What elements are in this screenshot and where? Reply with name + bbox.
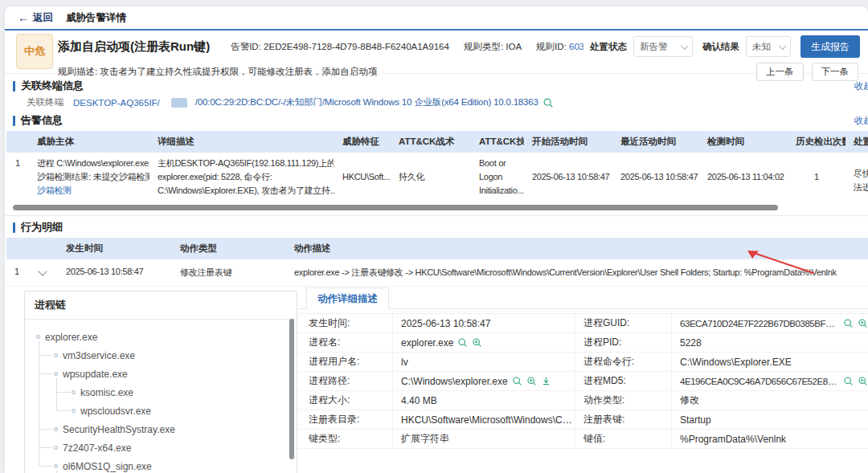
row-index: 1 xyxy=(6,153,29,202)
alert-info-section: 告警信息 收起 威胁主体 详细描述 威胁特征 ATT&CK战术 ATT&CK技术… xyxy=(5,113,868,210)
col-description: 详细描述 xyxy=(149,131,334,153)
back-arrow-icon: ← xyxy=(18,11,29,24)
zoom-in-icon[interactable] xyxy=(858,318,868,328)
chevron-down-icon xyxy=(779,42,787,50)
tree-node[interactable]: SecurityHealthSystray.exe xyxy=(25,420,297,438)
detail-value: C:\Windows\Explorer.EXE xyxy=(671,353,868,372)
process-node-icon xyxy=(72,409,76,413)
tab-action-detail[interactable]: 动作详细描述 xyxy=(306,287,389,309)
detail-label: 注册表目录: xyxy=(298,410,392,430)
col-occur-time: 发生时间 xyxy=(58,238,172,259)
disposal-line1: 尽快确 xyxy=(854,157,868,181)
tree-node[interactable]: ksomisc.exe xyxy=(25,383,297,402)
attck-technique-value: Boot or Logon Initializatio... xyxy=(471,153,524,202)
zoom-in-icon[interactable] xyxy=(472,337,482,348)
behavior-time: 2025-06-13 10:58:47 xyxy=(58,259,172,286)
rule-id-link[interactable]: 60300027 xyxy=(569,42,583,51)
section-accent-bar xyxy=(13,81,15,92)
detail-label: 发生时间: xyxy=(298,314,392,333)
sandbox-detect-link[interactable]: 沙箱检测 xyxy=(37,184,149,198)
generate-report-button[interactable]: 生成报告 xyxy=(800,35,860,58)
alert-info-title: 告警信息 xyxy=(21,113,63,128)
attck-tactic-value: 持久化 xyxy=(391,153,471,202)
dispose-status-label: 处置状态 xyxy=(590,41,627,53)
next-button[interactable]: 下一条 xyxy=(812,63,859,81)
threat-feature-value: HKCU\Soft... xyxy=(334,153,391,202)
section-accent-bar xyxy=(13,116,15,126)
search-icon[interactable] xyxy=(843,318,854,328)
terminal-collapse-link[interactable]: 收起 xyxy=(854,80,868,92)
detail-label: 进程大小: xyxy=(298,391,392,410)
severity-badge: 中危 xyxy=(16,34,53,69)
rule-id: 规则ID: 60300027 xyxy=(536,41,583,53)
detail-value: HKCU\Software\Microsoft\Windows\CurrentV… xyxy=(401,414,575,426)
search-icon[interactable] xyxy=(512,376,522,386)
expand-chevron-icon[interactable] xyxy=(38,267,47,275)
behavior-table: 发生时间 动作类型 动作描述 1 2025-06-13 10:58:47 修改注… xyxy=(6,238,868,287)
description-line3: C:\Windows\Explorer.EXE), 攻击者为了建立持... xyxy=(158,184,334,198)
alert-header: 中危 添加自启动项(注册表Run键) 告警ID: 2ED2E498-7128-4… xyxy=(5,31,868,74)
disposal-line2: 法进程 xyxy=(854,181,868,194)
col-attck-technique: ATT&CK技术 xyxy=(471,131,524,153)
detail-label: 进程用户名: xyxy=(298,353,392,372)
search-icon[interactable] xyxy=(457,337,468,348)
tree-node[interactable]: ol6MOS1Q_sign.exe xyxy=(25,457,297,473)
tree-node[interactable]: vm3dservice.exe xyxy=(25,346,297,365)
behavior-section: 行为明细 发生时间 动作类型 动作描述 1 2025-06-13 10:58:4… xyxy=(5,215,868,287)
col-last-time: 最近活动时间 xyxy=(612,131,699,153)
zoom-in-icon[interactable] xyxy=(526,376,537,386)
alert-info-row: 1 进程 C:\Windows\explorer.exe 沙箱检测结果: 未提交… xyxy=(6,153,868,202)
behavior-action-type: 修改注册表键 xyxy=(172,259,286,286)
rule-description: 规则描述: 攻击者为了建立持久性或提升权限，可能修改注册表，添加自启动项 xyxy=(58,66,377,78)
tree-node[interactable]: 7z2407-x64.exe xyxy=(25,438,297,457)
alert-info-collapse-link[interactable]: 收起 xyxy=(854,115,868,127)
history-count-link[interactable]: 1 xyxy=(788,153,845,202)
vertical-scrollbar[interactable] xyxy=(289,319,294,459)
page-title: 威胁告警详情 xyxy=(66,11,126,25)
terminal-label: 关联终端 xyxy=(27,96,63,108)
page-card: ← 返回 威胁告警详情 中危 添加自启动项(注册表Run键) 告警ID: 2ED… xyxy=(5,6,868,473)
description-line1: 主机DESKTOP-AQ365IF(192.168.111.129)上的进程 xyxy=(158,157,334,170)
back-button[interactable]: ← 返回 xyxy=(18,11,53,25)
download-icon[interactable] xyxy=(541,376,551,386)
terminal-host-link[interactable]: DESKTOP-AQ365IF/ xyxy=(73,98,160,108)
col-action-desc: 动作描述 xyxy=(286,238,868,259)
back-label: 返回 xyxy=(33,11,53,25)
detail-area: 进程链 explorer.exe vm3dservice.exe wpsupda… xyxy=(5,287,868,473)
zoom-in-icon[interactable] xyxy=(858,376,868,386)
process-node-icon xyxy=(54,446,58,450)
chevron-down-icon xyxy=(681,42,689,50)
detail-label: 动作类型: xyxy=(575,391,671,410)
detail-label: 进程MD5: xyxy=(575,372,671,391)
action-detail-table: 发生时间: 2025-06-13 10:58:47 进程GUID: 63ECA7… xyxy=(298,313,868,449)
detail-value: %ProgramData%\Venlnk xyxy=(671,430,868,449)
terminal-section: 关联终端信息 收起 关联终端 DESKTOP-AQ365IF/ /00:0C:2… xyxy=(5,79,868,108)
confirm-result-select[interactable]: 未知 xyxy=(746,36,791,57)
description-line2: explorer.exe(pid: 5228, 命令行: xyxy=(158,170,334,184)
col-threat-feature: 威胁特征 xyxy=(334,131,391,153)
behavior-header-row: 发生时间 动作类型 动作描述 xyxy=(6,238,868,259)
horizontal-scrollbar[interactable] xyxy=(13,205,778,210)
tree-node[interactable]: wpsupdate.exe xyxy=(25,365,297,383)
tree-node[interactable]: wpscloudsvr.exe xyxy=(25,402,297,420)
alert-meta: 告警ID: 2ED2E498-7128-4D79-8B48-F6240A1A91… xyxy=(231,41,583,53)
masked-ip-badge xyxy=(171,98,187,108)
detail-label: 键值: xyxy=(575,430,671,449)
last-time-value: 2025-06-13 10:58:47 xyxy=(612,153,699,202)
process-node-icon xyxy=(54,353,58,357)
search-icon[interactable] xyxy=(843,376,854,386)
behavior-title: 行为明细 xyxy=(21,220,63,234)
tree-node[interactable]: explorer.exe xyxy=(25,328,297,346)
detail-value: 扩展字符串 xyxy=(392,430,575,449)
dispose-status-select[interactable]: 新告警 xyxy=(633,36,693,57)
threat-subject-line2: 沙箱检测结果: 未提交沙箱检测 xyxy=(37,170,149,184)
detail-value: 5228 xyxy=(671,333,868,353)
search-icon[interactable] xyxy=(542,97,554,108)
detail-value: explorer.exe xyxy=(401,337,453,349)
col-disposal: 处置建议 xyxy=(845,131,868,153)
detail-label: 进程GUID: xyxy=(575,314,671,333)
process-chain-title: 进程链 xyxy=(25,292,297,320)
prev-button[interactable]: 上一条 xyxy=(756,63,804,81)
col-detect-time: 检测时间 xyxy=(699,131,788,153)
behavior-row-index: 1 xyxy=(6,259,27,286)
